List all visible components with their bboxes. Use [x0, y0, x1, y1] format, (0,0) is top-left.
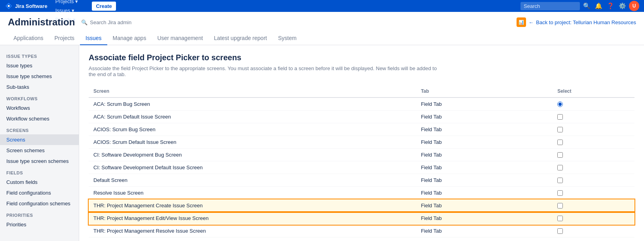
search-admin-icon: 🔍	[81, 19, 87, 25]
jira-logo[interactable]: Jira Software	[5, 2, 47, 10]
screen-name: Default Screen	[89, 174, 416, 187]
tab-name: Field Tab	[416, 123, 553, 136]
select-cell	[553, 199, 635, 212]
sidebar-item-issue-type-schemes[interactable]: Issue type schemes	[0, 71, 79, 82]
select-checkbox-10[interactable]	[557, 228, 563, 234]
select-cell	[553, 98, 635, 111]
sidebar-item-issue-type-screen-schemes[interactable]: Issue type screen schemes	[0, 156, 79, 166]
sidebar-item-screens[interactable]: Screens	[0, 134, 79, 145]
screen-name: ACIOS: Scrum Bug Screen	[89, 123, 416, 136]
tab-name: Field Tab	[416, 149, 553, 161]
back-to-project[interactable]: 📊 ← Back to project: Tellurian Human Res…	[517, 17, 636, 27]
screen-name: Resolve Issue Screen	[89, 187, 416, 199]
sidebar-item-field-configuration-schemes[interactable]: Field configuration schemes	[0, 198, 79, 209]
select-checkbox-7[interactable]	[557, 190, 563, 196]
admin-tab-manage-apps[interactable]: Manage apps	[107, 32, 152, 45]
sidebar-item-priorities[interactable]: Priorities	[0, 219, 79, 230]
tab-name: Field Tab	[416, 225, 553, 237]
select-checkbox-1[interactable]	[557, 114, 563, 120]
col-header-select: Select	[553, 85, 635, 98]
screen-name: CI: Software Development Default Issue S…	[89, 161, 416, 174]
select-cell	[553, 237, 635, 241]
admin-tab-applications[interactable]: Applications	[8, 32, 49, 45]
screen-name: THR: Project Management Resolve Issue Sc…	[89, 225, 416, 237]
avatar[interactable]: U	[629, 1, 639, 11]
tab-name: Field Tab	[416, 98, 553, 111]
top-nav-item-projects[interactable]: Projects ▾	[52, 0, 91, 6]
table-row: CI: Software Development Bug ScreenField…	[89, 149, 635, 161]
tab-name: Field Tab	[416, 187, 553, 199]
top-nav-right: 🔍 🔔 ❓ ⚙️ U	[521, 1, 639, 11]
tab-name: Field Tab	[416, 212, 553, 225]
back-arrow-icon: ←	[528, 19, 534, 25]
table-row: THR: Project Management Create Issue Scr…	[89, 199, 635, 212]
select-checkbox-3[interactable]	[557, 140, 563, 145]
sidebar-section-workflows: WORKFLOWS	[0, 92, 79, 103]
screen-name: ACA: Scrum Default Issue Screen	[89, 111, 416, 123]
sidebar-section-fields: FIELDS	[0, 166, 79, 177]
tab-name: Field Tab	[416, 199, 553, 212]
svg-point-0	[8, 5, 10, 7]
search-icon[interactable]: 🔍	[581, 1, 592, 11]
select-radio-0[interactable]	[557, 101, 563, 107]
screen-name: ACA: Scrum Bug Screen	[89, 98, 416, 111]
settings-icon[interactable]: ⚙️	[617, 1, 627, 11]
screen-name: TIT: Project Management Create Issue Scr…	[89, 237, 416, 241]
table-row: TIT: Project Management Create Issue Scr…	[89, 237, 635, 241]
admin-tab-system[interactable]: System	[272, 32, 302, 45]
sidebar-item-workflows[interactable]: Workflows	[0, 103, 79, 113]
admin-tab-user-management[interactable]: User management	[152, 32, 208, 45]
sidebar: ISSUE TYPESIssue typesIssue type schemes…	[0, 45, 79, 241]
table-row: ACA: Scrum Default Issue ScreenField Tab	[89, 111, 635, 123]
admin-title: Administration	[8, 17, 75, 28]
screen-name: THR: Project Management Create Issue Scr…	[89, 199, 416, 212]
table-row: Default ScreenField Tab	[89, 174, 635, 187]
admin-search[interactable]: 🔍 Search Jira admin	[81, 19, 131, 25]
help-icon[interactable]: ❓	[605, 1, 616, 11]
tab-name: Field Tab	[416, 136, 553, 149]
tab-name: Field Tab	[416, 174, 553, 187]
sidebar-item-issue-types[interactable]: Issue types	[0, 60, 79, 71]
screen-name: THR: Project Management Edit/View Issue …	[89, 212, 416, 225]
screen-name: CI: Software Development Bug Screen	[89, 149, 416, 161]
select-checkbox-5[interactable]	[557, 165, 563, 170]
select-cell	[553, 136, 635, 149]
screen-name: ACIOS: Scrum Default Issue Screen	[89, 136, 416, 149]
sidebar-item-workflow-schemes[interactable]: Workflow schemes	[0, 113, 79, 124]
table-row: ACA: Scrum Bug ScreenField Tab	[89, 98, 635, 111]
admin-tab-issues[interactable]: Issues	[80, 32, 107, 45]
admin-tab-projects[interactable]: Projects	[49, 32, 80, 45]
select-checkbox-4[interactable]	[557, 152, 563, 158]
tab-name: Field Tab	[416, 237, 553, 241]
create-button[interactable]: Create	[92, 2, 116, 11]
table-row: THR: Project Management Resolve Issue Sc…	[89, 225, 635, 237]
sidebar-item-custom-fields[interactable]: Custom fields	[0, 177, 79, 187]
main-content: Associate field Project Picker to screen…	[79, 45, 644, 241]
bell-icon[interactable]: 🔔	[593, 1, 604, 11]
table-row: CI: Software Development Default Issue S…	[89, 161, 635, 174]
select-cell	[553, 161, 635, 174]
sidebar-section-priorities: PRIORITIES	[0, 209, 79, 219]
project-icon: 📊	[517, 17, 526, 27]
screen-table: Screen Tab Select ACA: Scrum Bug ScreenF…	[89, 85, 635, 241]
table-row: Resolve Issue ScreenField Tab	[89, 187, 635, 199]
table-row: ACIOS: Scrum Bug ScreenField Tab	[89, 123, 635, 136]
admin-tab-latest-upgrade-report[interactable]: Latest upgrade report	[209, 32, 273, 45]
select-checkbox-2[interactable]	[557, 127, 563, 132]
page-title: Associate field Project Picker to screen…	[89, 53, 635, 62]
select-checkbox-9[interactable]	[557, 216, 563, 221]
sidebar-item-field-configurations[interactable]: Field configurations	[0, 187, 79, 198]
select-cell	[553, 111, 635, 123]
sidebar-item-sub-tasks[interactable]: Sub-tasks	[0, 82, 79, 92]
select-cell	[553, 187, 635, 199]
select-checkbox-8[interactable]	[557, 203, 563, 208]
sidebar-item-screen-schemes[interactable]: Screen schemes	[0, 145, 79, 156]
select-checkbox-6[interactable]	[557, 178, 563, 183]
layout: ISSUE TYPESIssue typesIssue type schemes…	[0, 45, 644, 241]
page-desc: Associate the field Project Picker to th…	[89, 65, 445, 77]
select-cell	[553, 123, 635, 136]
table-row: THR: Project Management Edit/View Issue …	[89, 212, 635, 225]
top-nav-item-issues[interactable]: Issues ▾	[52, 6, 91, 15]
search-input[interactable]	[521, 2, 580, 10]
select-cell	[553, 212, 635, 225]
